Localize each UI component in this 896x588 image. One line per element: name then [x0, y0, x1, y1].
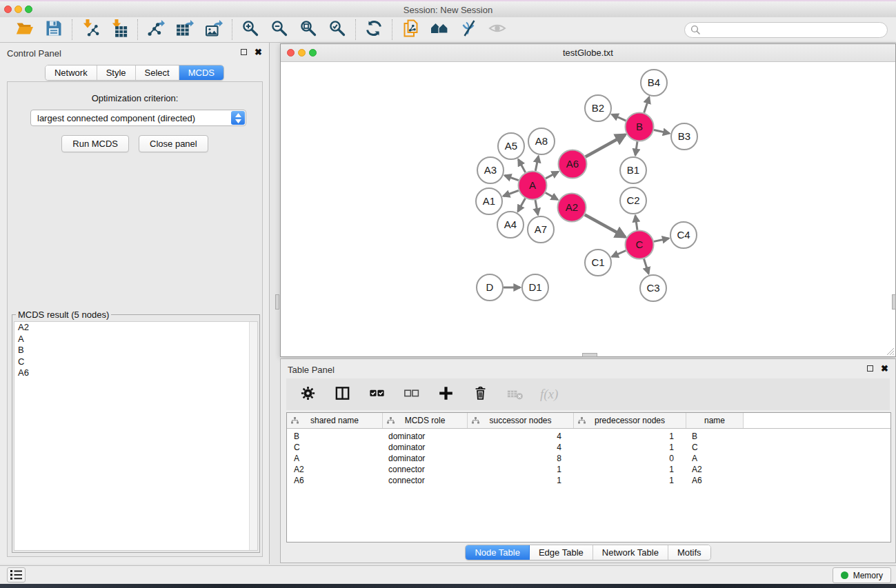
clone-network-button[interactable] — [401, 21, 419, 39]
run-mcds-button[interactable]: Run MCDS — [61, 135, 129, 152]
node-A3[interactable]: A3 — [477, 157, 504, 183]
mcds-result-item[interactable]: B — [14, 345, 257, 356]
deselect-all-button[interactable] — [402, 385, 420, 403]
scrollbar-track[interactable] — [249, 322, 257, 550]
float-table-panel-icon[interactable] — [867, 365, 873, 372]
node-A5[interactable]: A5 — [498, 133, 524, 159]
export-image-button[interactable] — [205, 21, 223, 39]
node-D1[interactable]: D1 — [522, 274, 548, 301]
close-panel-button[interactable]: Close panel — [139, 135, 208, 152]
optimization-criterion-select[interactable]: largest connected component (directed) — [30, 110, 246, 126]
tab-select[interactable]: Select — [136, 65, 179, 80]
edge-B-B1[interactable] — [635, 141, 637, 155]
tab-network[interactable]: Network — [46, 65, 97, 80]
mcds-result-item[interactable]: A2 — [14, 322, 257, 334]
open-folder-button[interactable] — [16, 21, 34, 39]
column-header-shared-name[interactable]: shared name — [287, 413, 383, 428]
edge-C-C1[interactable] — [612, 251, 626, 257]
zoom-out-button[interactable] — [270, 21, 288, 39]
edge-A-A7[interactable] — [535, 200, 538, 214]
node-C3[interactable]: C3 — [640, 275, 666, 301]
edge-C-C4[interactable] — [654, 239, 669, 242]
tab-edge-table[interactable]: Edge Table — [530, 545, 593, 560]
node-A7[interactable]: A7 — [528, 216, 554, 243]
node-B4[interactable]: B4 — [641, 70, 667, 96]
edge-B-B4[interactable] — [644, 97, 649, 113]
column-header-successor-nodes[interactable]: successor nodes — [468, 413, 574, 428]
edge-C-C2[interactable] — [635, 216, 637, 230]
node-A2[interactable]: A2 — [558, 194, 586, 222]
zoom-in-button[interactable] — [241, 21, 259, 39]
export-table-button[interactable] — [176, 21, 194, 39]
node-C1[interactable]: C1 — [585, 250, 611, 276]
node-A6[interactable]: A6 — [559, 150, 587, 179]
edge-A-A8[interactable] — [535, 156, 538, 171]
mcds-result-item[interactable]: C — [14, 356, 257, 368]
node-C4[interactable]: C4 — [670, 222, 697, 248]
import-network-button[interactable] — [81, 21, 99, 39]
tab-node-table[interactable]: Node Table — [466, 545, 530, 560]
resize-grip-icon[interactable] — [886, 347, 895, 356]
table-row[interactable]: A6connector11A6 — [287, 475, 890, 486]
panel-grab-handle[interactable] — [892, 294, 896, 310]
tab-strip: Node TableEdge TableNetwork TableMotifs — [465, 545, 710, 560]
edge-A-A1[interactable] — [504, 190, 519, 196]
edge-A-A5[interactable] — [519, 159, 526, 172]
node-A8[interactable]: A8 — [528, 128, 555, 154]
panel-grab-handle[interactable] — [582, 353, 597, 357]
tab-motifs[interactable]: Motifs — [668, 545, 710, 560]
table-row[interactable]: Bdominator41B — [287, 431, 890, 442]
node-B2[interactable]: B2 — [585, 95, 611, 121]
close-table-panel-icon[interactable]: ✖ — [881, 365, 888, 372]
mcds-result-item[interactable]: A — [14, 334, 257, 345]
node-C[interactable]: C — [626, 231, 654, 259]
float-panel-icon[interactable] — [241, 49, 247, 55]
node-A4[interactable]: A4 — [497, 212, 524, 238]
tab-style[interactable]: Style — [97, 65, 136, 80]
zoom-fit-button[interactable] — [299, 21, 317, 39]
node-C2[interactable]: C2 — [620, 187, 646, 214]
network-canvas[interactable]: B4B2BB3A8A5A6A3B1AA1C2A2A4A7C4CC1C3DD1 — [281, 61, 895, 356]
delete-column-button[interactable] — [471, 385, 489, 403]
edge-A-A6[interactable] — [546, 172, 558, 179]
column-header-mcds-role[interactable]: MCDS role — [383, 413, 468, 428]
column-view-button[interactable] — [333, 385, 351, 403]
show-panels-button[interactable] — [7, 567, 26, 582]
hide-details-button[interactable] — [459, 21, 477, 39]
table-row[interactable]: Cdominator41C — [287, 442, 890, 453]
edge-B-B2[interactable] — [612, 114, 626, 121]
edge-A-A2[interactable] — [546, 193, 558, 200]
table-row[interactable]: Adominator80A — [287, 453, 890, 464]
select-all-button[interactable] — [368, 385, 386, 403]
home-button[interactable] — [430, 21, 448, 39]
tab-network-table[interactable]: Network Table — [593, 545, 668, 560]
node-B3[interactable]: B3 — [671, 123, 697, 150]
edge-A-A3[interactable] — [505, 176, 519, 181]
memory-button[interactable]: Memory — [833, 567, 891, 583]
node-B1[interactable]: B1 — [620, 157, 646, 183]
column-header-predecessor-nodes[interactable]: predecessor nodes — [574, 413, 686, 428]
edge-A-A4[interactable] — [518, 199, 526, 212]
panel-grab-handle[interactable] — [275, 294, 279, 310]
search-input[interactable] — [684, 22, 888, 38]
gear-button[interactable] — [299, 385, 317, 403]
add-column-button[interactable] — [437, 385, 455, 403]
close-panel-icon[interactable]: ✖ — [255, 49, 262, 55]
save-button[interactable] — [45, 21, 63, 39]
import-table-button[interactable] — [110, 21, 128, 39]
edge-A6-B[interactable] — [586, 134, 626, 156]
edge-C-C3[interactable] — [644, 259, 649, 274]
refresh-button[interactable] — [365, 21, 383, 39]
tab-mcds[interactable]: MCDS — [179, 65, 223, 80]
export-network-button[interactable] — [147, 21, 165, 39]
table-row[interactable]: A2connector11A2 — [287, 464, 890, 475]
edge-B-B3[interactable] — [654, 130, 670, 134]
edge-A2-C[interactable] — [585, 214, 626, 236]
column-header-name[interactable]: name — [686, 413, 744, 428]
zoom-selected-button[interactable] — [328, 21, 346, 39]
mcds-result-item[interactable]: A6 — [14, 367, 257, 379]
node-A[interactable]: A — [519, 172, 547, 200]
node-B[interactable]: B — [626, 113, 654, 141]
node-D[interactable]: D — [477, 274, 503, 301]
node-A1[interactable]: A1 — [476, 188, 502, 214]
